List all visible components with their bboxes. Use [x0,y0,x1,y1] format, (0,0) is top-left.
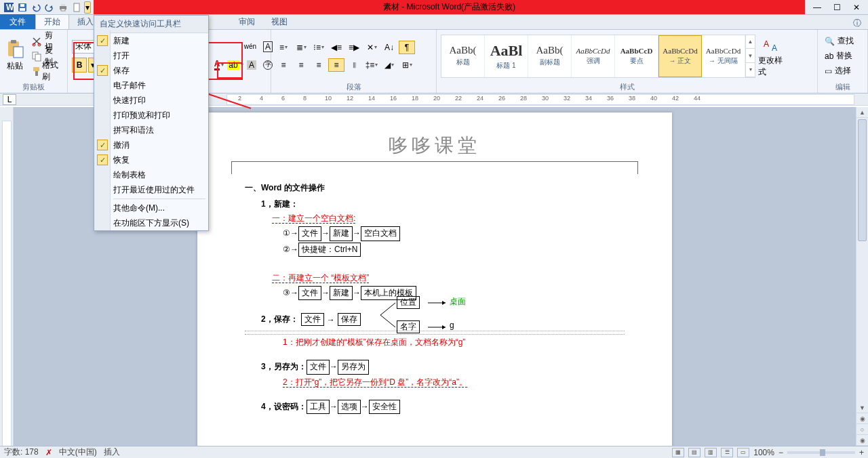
line-spacing-button[interactable]: ‡≡ [363,58,380,72]
menu-item[interactable]: 绘制表格 [94,167,208,182]
quick-print-icon[interactable] [57,1,69,14]
menu-item[interactable]: ✓恢复 [94,152,208,167]
paste-button[interactable]: 粘贴 [4,34,26,79]
align-justify-button[interactable]: ≡ [328,58,344,72]
qat-customize-menu: 自定义快速访问工具栏 ✓新建打开✓保存电子邮件快速打印打印预览和打印拼写和语法✓… [94,15,209,231]
decrease-indent-button[interactable]: ◀≡ [328,41,344,54]
bold-button[interactable]: B [72,58,87,72]
minimize-button[interactable]: — [813,3,821,12]
zoom-out-button[interactable]: − [778,448,783,457]
tab-home[interactable]: 开始 [35,14,69,29]
char-shading-button[interactable]: A [244,58,259,72]
maximize-button[interactable]: ☐ [833,3,841,12]
svg-rect-3 [20,8,25,11]
doc-line: ①→文件→新建→空白文档 [283,226,625,241]
menu-item[interactable]: 电子邮件 [94,78,208,93]
doc-line: 1：把刚才创建的“模板”保存在桌面，文档名称为“g” [283,336,625,349]
borders-button[interactable]: ⊞ [399,58,415,72]
show-marks-button[interactable]: ¶ [399,41,415,54]
menu-item-more-commands[interactable]: 其他命令(M)... [94,201,208,215]
close-button[interactable]: ✕ [853,3,860,12]
style-item[interactable]: AaBbCcDd→ 无间隔 [702,35,745,77]
undo-icon[interactable] [30,1,42,14]
style-item[interactable]: AaBb(副标题 [528,35,572,77]
style-item[interactable]: AaBb(标题 [441,35,485,77]
paste-label: 粘贴 [7,60,23,72]
menu-item[interactable]: 拼写和语法 [94,123,208,138]
menu-item[interactable]: ✓新建 [94,33,208,48]
highlight-color-button[interactable]: ab [228,58,243,72]
next-page-button[interactable]: ◉ [856,435,868,446]
styles-gallery[interactable]: AaBb(标题AaBl标题 1AaBb(副标题AaBbCcDd强调AaBbCcD… [441,35,755,78]
language-status[interactable]: 中文(中国) [59,446,97,458]
multilevel-button[interactable]: ⁝≡ [311,41,327,54]
phonetic-guide-button[interactable]: wén [243,40,258,54]
select-button[interactable]: ▭选择 [822,64,856,78]
gallery-scroll-btn[interactable]: ▲ [746,35,755,49]
qat-menu-title: 自定义快速访问工具栏 [94,16,208,33]
align-right-button[interactable]: ≡ [311,58,327,72]
scroll-up-button[interactable]: ▲ [856,107,868,118]
gallery-scroll-btn[interactable]: ▼ [746,49,755,63]
scroll-thumb[interactable] [858,119,867,241]
spell-check-icon[interactable]: ✗ [45,448,52,457]
prev-page-button[interactable]: ◉ [856,413,868,424]
zoom-level[interactable]: 100% [753,448,774,457]
svg-rect-4 [20,4,24,7]
svg-line-20 [380,303,395,315]
format-painter-button[interactable]: 格式刷 [28,64,63,78]
ruler-toggle[interactable]: L [3,94,16,105]
scroll-down-button[interactable]: ▼ [856,402,868,413]
draft-view[interactable]: ▭ [737,448,749,457]
menu-item[interactable]: ✓保存 [94,63,208,78]
word-count[interactable]: 字数: 178 [4,446,39,458]
gallery-scroll-btn[interactable]: ▾ [746,63,755,77]
svg-rect-17 [35,71,38,76]
menu-item[interactable]: 打开 [94,48,208,63]
menu-item-show-below[interactable]: 在功能区下方显示(S) [94,215,208,230]
style-item[interactable]: AaBbCcD要点 [615,35,658,77]
menu-item[interactable]: ✓撤消 [94,138,208,152]
sort-button[interactable]: A↓ [381,41,397,54]
tab-review[interactable]: 审阅 [231,14,263,29]
new-doc-icon[interactable] [71,1,83,14]
zoom-in-button[interactable]: + [859,448,864,457]
insert-mode[interactable]: 插入 [104,446,120,458]
browse-object-button[interactable]: ○ [856,424,868,435]
qat-customize-dropdown[interactable]: ▾ [84,1,91,14]
ribbon-help-icon[interactable]: ⓘ [846,18,868,29]
increase-indent-button[interactable]: ≡▶ [346,41,362,54]
document-page[interactable]: 哆哆课堂 一、Word 的文件操作 1，新建： 一：建立一个空白文档: ①→文件… [197,112,672,446]
vertical-ruler[interactable] [0,107,14,446]
style-item[interactable]: AaBbCcDd强调 [572,35,615,77]
redo-icon[interactable] [43,1,56,14]
style-item[interactable]: AaBl标题 1 [485,35,528,77]
font-color-button[interactable]: A [212,58,226,72]
numbering-button[interactable]: ≣ [293,41,309,54]
fullscreen-view[interactable]: ▤ [688,448,701,457]
svg-rect-7 [61,9,65,11]
save-icon[interactable] [16,1,28,14]
print-layout-view[interactable]: ▦ [672,448,684,457]
align-left-button[interactable]: ≡ [275,58,292,72]
asian-layout-button[interactable]: ✕ [363,41,380,54]
shading-button[interactable]: ◢ [381,58,397,72]
vertical-scrollbar[interactable]: ▲ ▼ ◉ ○ ◉ [856,107,868,446]
replace-button[interactable]: ab替换 [822,49,856,63]
horizontal-ruler[interactable]: 2468101214161820222426283032343638404244 [226,94,854,105]
menu-item[interactable]: 打开最近使用过的文件 [94,182,208,197]
tab-view[interactable]: 视图 [263,14,296,29]
distributed-button[interactable]: ⫴ [346,58,362,72]
align-center-button[interactable]: ≡ [293,58,309,72]
bullets-button[interactable]: ≡ [275,41,292,54]
tab-file[interactable]: 文件 [0,14,35,29]
menu-item[interactable]: 打印预览和打印 [94,108,208,123]
style-item[interactable]: AaBbCcDd→ 正文 [658,35,702,77]
change-styles-button[interactable]: AA 更改样式 [758,34,785,79]
word-icon[interactable]: W [3,1,15,14]
find-button[interactable]: 🔍查找 [822,35,856,48]
menu-item[interactable]: 快速打印 [94,93,208,108]
zoom-slider[interactable] [787,451,855,454]
outline-view[interactable]: ☰ [721,448,733,457]
web-view[interactable]: ▥ [705,448,717,457]
